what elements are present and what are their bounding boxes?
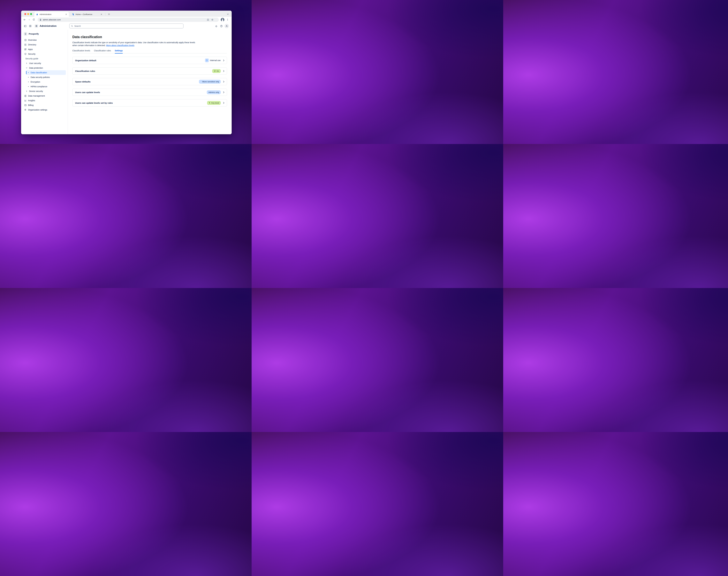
status-badge: ↑ More sensitive only [199, 80, 221, 84]
sidebar-item-encryption[interactable]: Encryption [21, 80, 68, 84]
tab-confluence[interactable]: Home – Confluence [71, 12, 104, 17]
minimize-window-button[interactable] [27, 13, 29, 15]
gear-icon: ⚙ [24, 109, 27, 111]
back-icon[interactable] [23, 18, 26, 21]
badge-text: Internal use [210, 59, 221, 61]
sidebar-item-label: User security [29, 62, 41, 64]
search-input[interactable] [74, 25, 182, 27]
row-users-can-update-levels-set-by-rules[interactable]: Users can update levels set by rules ⇅ A… [72, 99, 227, 107]
settings-tabs: Classification levels Classification rul… [72, 50, 227, 53]
sidebar-item-label: Data security policies [31, 76, 50, 78]
check-circle-icon [214, 70, 216, 72]
arrow-up-icon: ↑ [200, 81, 201, 83]
bullet-icon [28, 72, 29, 73]
sidebar-section-security-guide: Security guide [21, 56, 68, 61]
organization-icon [24, 32, 27, 36]
sidebar-item-device-security[interactable]: Device security [21, 89, 68, 93]
confluence-logo-icon [72, 13, 74, 16]
sidebar-item-security[interactable]: Security [21, 52, 68, 56]
main-content: Data classification Classification level… [68, 30, 232, 134]
badge-text: On [216, 70, 219, 72]
collapse-sidebar-icon[interactable] [24, 25, 27, 28]
row-users-can-update-levels[interactable]: Users can update levels Admins only [72, 89, 227, 96]
sidebar-item-data-protection[interactable]: Data protection [21, 66, 68, 70]
search-bar[interactable] [69, 24, 184, 28]
administration-gear-icon[interactable]: ⚙ [34, 24, 38, 28]
tab-settings[interactable]: Settings [115, 50, 123, 53]
row-classification-rules[interactable]: Classification rules On [72, 67, 227, 75]
sidebar-item-user-security[interactable]: User security [21, 61, 68, 66]
level-badge: Internal use [205, 58, 221, 62]
help-icon[interactable] [220, 25, 223, 28]
tab-administration[interactable]: Administration [34, 12, 69, 17]
bullet-icon [28, 77, 29, 78]
sidebar-item-label: Data management [28, 95, 45, 97]
sidebar-item-data-security-policies[interactable]: Data security policies [21, 75, 68, 80]
browser-window: Administration Home – Confluence [21, 10, 232, 134]
account-avatar[interactable] [224, 24, 229, 28]
sidebar-item-organization-settings[interactable]: ⚙ Organization settings [21, 108, 68, 112]
sidebar-item-hipaa-compliance[interactable]: HIPAA compliance [21, 84, 68, 89]
url-text: admin.atlassian.com [43, 19, 61, 21]
forward-icon[interactable] [28, 18, 31, 21]
chevron-down-icon [26, 67, 28, 69]
atlassian-logo-icon [36, 13, 38, 16]
sidebar-item-label: Overview [28, 39, 36, 41]
share-icon[interactable] [207, 19, 209, 21]
row-label: Space defaults [75, 81, 199, 83]
bookmark-star-icon[interactable] [211, 19, 214, 21]
chevron-right-icon [26, 62, 28, 64]
page-title: Data classification [72, 35, 227, 39]
close-tab-icon[interactable] [100, 13, 103, 16]
close-window-button[interactable] [24, 13, 26, 15]
sidebar-item-label: Data classification [31, 71, 47, 74]
browser-navbar: admin.atlassian.com [21, 17, 232, 23]
row-space-defaults[interactable]: Space defaults ↑ More sensitive only [72, 78, 227, 85]
sidebar-item-overview[interactable]: Overview [21, 38, 68, 42]
chevron-right-icon [223, 59, 225, 61]
browser-tab-strip: Administration Home – Confluence [21, 10, 232, 17]
sidebar-item-apps[interactable]: Apps [21, 47, 68, 52]
badge-text: Admins only [208, 91, 219, 93]
tab-classification-rules[interactable]: Classification rules [94, 50, 111, 53]
sidebar-item-insights[interactable]: Insights [21, 98, 68, 103]
admin-sidebar: Prosperify Overview Directory Apps [21, 30, 68, 134]
sidebar-item-data-management[interactable]: Data management [21, 93, 68, 98]
sidebar-item-billing[interactable]: Billing [21, 103, 68, 108]
close-tab-icon[interactable] [65, 13, 68, 16]
sidebar-item-label: Apps [28, 48, 33, 51]
app-switcher-icon[interactable] [29, 25, 32, 28]
sidebar-item-label: Device security [29, 90, 43, 92]
row-label: Classification rules [75, 70, 212, 72]
new-tab-button[interactable] [107, 12, 110, 16]
zoom-window-button[interactable] [30, 13, 32, 15]
bullet-icon [28, 82, 29, 82]
tab-search-chevron-icon[interactable] [226, 12, 230, 16]
url-bar[interactable]: admin.atlassian.com [37, 18, 219, 22]
shield-icon [24, 53, 27, 55]
browser-menu-kebab-icon[interactable] [226, 18, 229, 21]
sidebar-item-label: Security [28, 53, 35, 55]
reload-icon[interactable] [32, 18, 35, 21]
chevron-right-icon [26, 90, 28, 92]
chevron-right-icon [223, 81, 225, 83]
sidebar-item-label: Insights [28, 99, 35, 102]
shield-icon [205, 58, 209, 62]
sidebar-item-label: HIPAA compliance [31, 85, 47, 88]
browser-profile-avatar[interactable] [221, 18, 224, 22]
sidebar-item-label: Encryption [31, 81, 40, 83]
admin-app-header: ⚙ Administration [21, 23, 232, 30]
org-switcher[interactable]: Prosperify [21, 31, 68, 36]
notifications-bell-icon[interactable] [215, 25, 218, 28]
search-icon [71, 25, 73, 27]
sidebar-item-data-classification[interactable]: Data classification [26, 70, 66, 75]
row-label: Users can update levels [75, 91, 207, 93]
sidebar-item-label: Data protection [29, 67, 43, 69]
selected-indicator [26, 71, 27, 74]
row-organization-default[interactable]: Organization default Internal use [72, 57, 227, 64]
tab-classification-levels[interactable]: Classification levels [72, 50, 90, 53]
chevron-right-icon [223, 102, 225, 104]
sidebar-item-directory[interactable]: Directory [21, 42, 68, 47]
credit-card-icon [24, 104, 27, 107]
more-about-classification-levels-link[interactable]: More about classification levels [106, 44, 134, 47]
